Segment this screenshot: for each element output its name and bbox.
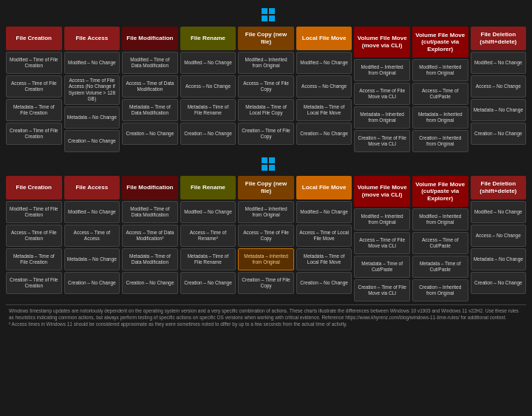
- cell-r3-c2: Creation – No Change: [122, 123, 178, 145]
- cell-r1-c6: Access – Time of File Move via CLI: [354, 83, 410, 105]
- col-7: Volume File Move (cut/paste via Explorer…: [412, 27, 468, 152]
- cell-r1-c7: Access – Time of Cut/Paste: [412, 232, 468, 254]
- col-header-3: File Rename: [180, 176, 236, 200]
- svg-rect-7: [269, 165, 275, 171]
- cell-r0-c2: Modified – Time of Data Modification: [122, 52, 178, 74]
- svg-rect-4: [262, 157, 267, 163]
- cell-r3-c4: Creation – Time of File Copy: [238, 123, 294, 145]
- win11-logo-icon: [262, 157, 275, 171]
- col-7: Volume File Move (cut/paste via Explorer…: [412, 176, 468, 301]
- col-4: File Copy (new file)Modified – Inherited…: [238, 176, 294, 301]
- cell-r3-c0: Creation – Time of File Creation: [6, 123, 62, 145]
- cell-r2-c8: Metadata – No Change: [471, 248, 527, 270]
- cell-r1-c8: Access – No Change: [471, 75, 527, 98]
- svg-rect-1: [269, 8, 275, 14]
- col-header-6: Volume File Move (move via CLI): [354, 176, 410, 207]
- cell-r3-c4: Creation – Time of File Copy: [238, 272, 294, 294]
- svg-rect-6: [262, 165, 267, 171]
- col-header-3: File Rename: [180, 27, 236, 50]
- cell-r3-c1: Creation – No Change: [64, 272, 120, 294]
- cell-r0-c1: Modified – No Change: [64, 52, 120, 74]
- col-header-2: File Modification: [122, 27, 178, 50]
- cell-r2-c8: Metadata – No Change: [471, 99, 527, 121]
- cell-r2-c3: Metadata – Time of File Rename: [180, 99, 236, 121]
- cell-r0-c0: Modified – Time of File Creation: [6, 201, 62, 223]
- cell-r1-c0: Access – Time of File Creation: [6, 75, 62, 98]
- cell-r1-c5: Access – No Change: [296, 75, 352, 98]
- cell-r1-c1: Access – Time of Access: [64, 225, 120, 247]
- cell-r1-c4: Access – Time of File Copy: [238, 75, 294, 98]
- cell-r2-c5: Metadata – Time of Local File Move: [296, 248, 352, 270]
- cell-r0-c6: Modified – Inherited from Original: [354, 208, 410, 231]
- col-header-1: File Access: [64, 176, 120, 200]
- win11-section-label: [6, 155, 526, 173]
- svg-rect-0: [262, 8, 267, 14]
- cell-r2-c0: Metadata – Time of File Creation: [6, 99, 62, 121]
- col-header-7: Volume File Move (cut/paste via Explorer…: [412, 27, 468, 58]
- col-5: Local File MoveModified – No ChangeAcces…: [296, 27, 352, 152]
- col-header-0: File Creation: [6, 27, 62, 50]
- col-header-1: File Access: [64, 27, 120, 50]
- cell-r3-c3: Creation – No Change: [180, 123, 236, 145]
- col-8: File Deletion (shift+delete)Modified – N…: [471, 27, 527, 152]
- cell-r3-c6: Creation – Time of File Move via CLI: [354, 279, 410, 301]
- col-4: File Copy (new file)Modified – Inherited…: [238, 27, 294, 152]
- cell-r0-c8: Modified – No Change: [471, 201, 527, 223]
- cell-r2-c5: Metadata – Time of Local File Move: [296, 99, 352, 121]
- cell-r2-c2: Metadata – Time of Data Modification: [122, 248, 178, 270]
- svg-rect-2: [262, 16, 267, 21]
- cell-r2-c6: Metadata – Inherited from Original: [354, 106, 410, 129]
- cell-r3-c7: Creation – Inherited from Original: [412, 279, 468, 301]
- cell-r2-c3: Metadata – Time of File Rename: [180, 248, 236, 270]
- cell-r2-c4: Metadata – Time of Local File Copy: [238, 99, 294, 121]
- cell-r2-c1: Metadata – No Change: [64, 106, 120, 129]
- cell-r0-c6: Modified – Inherited from Original: [354, 59, 410, 81]
- cell-r2-c7: Metadata – Time of Cut/Paste: [412, 256, 468, 278]
- win10-logo-icon: [262, 8, 275, 21]
- cell-r0-c1: Modified – No Change: [64, 201, 120, 223]
- cell-r1-c1: Access – Time of File Access (No Change …: [64, 75, 120, 105]
- col-header-4: File Copy (new file): [238, 27, 294, 50]
- cell-r2-c6: Metadata – Time of Cut/Paste: [354, 256, 410, 278]
- cell-r1-c7: Access – Time of Cut/Paste: [412, 83, 468, 105]
- cell-r1-c3: Access – Time of Rename²: [180, 225, 236, 247]
- col-1: File AccessModified – No ChangeAccess – …: [64, 27, 120, 152]
- cell-r3-c5: Creation – No Change: [296, 272, 352, 294]
- main-container: File CreationModified – Time of File Cre…: [0, 0, 532, 334]
- col-header-4: File Copy (new file): [238, 176, 294, 200]
- win10-grid: File CreationModified – Time of File Cre…: [6, 27, 526, 152]
- cell-r3-c5: Creation – No Change: [296, 123, 352, 145]
- cell-r0-c7: Modified – Inherited from Original: [412, 208, 468, 231]
- cell-r3-c1: Creation – No Change: [64, 130, 120, 152]
- cell-r0-c2: Modified – Time of Data Modification: [122, 201, 178, 223]
- cell-r1-c6: Access – Time of File Move via CLI: [354, 232, 410, 254]
- cell-r1-c2: Access – Time of Data Modification: [122, 75, 178, 98]
- col-2: File ModificationModified – Time of Data…: [122, 176, 178, 301]
- col-header-6: Volume File Move (move via CLI): [354, 27, 410, 58]
- cell-r3-c6: Creation – Time of File Move via CLI: [354, 130, 410, 152]
- cell-r2-c1: Metadata – No Change: [64, 248, 120, 270]
- col-6: Volume File Move (move via CLI)Modified …: [354, 27, 410, 152]
- col-header-2: File Modification: [122, 176, 178, 200]
- cell-r0-c4: Modified – Inherited from Original: [238, 201, 294, 223]
- col-6: Volume File Move (move via CLI)Modified …: [354, 176, 410, 301]
- cell-r2-c2: Metadata – Time of Data Modification: [122, 99, 178, 121]
- col-header-0: File Creation: [6, 176, 62, 200]
- col-2: File ModificationModified – Time of Data…: [122, 27, 178, 152]
- col-8: File Deletion (shift+delete)Modified – N…: [471, 176, 527, 301]
- cell-r0-c0: Modified – Time of File Creation: [6, 52, 62, 74]
- cell-r3-c8: Creation – No Change: [471, 272, 527, 294]
- win11-grid: File CreationModified – Time of File Cre…: [6, 176, 526, 301]
- col-3: File RenameModified – No ChangeAccess – …: [180, 27, 236, 152]
- cell-r1-c4: Access – Time of File Copy: [238, 225, 294, 247]
- cell-r1-c8: Access – No Change: [471, 225, 527, 247]
- col-5: Local File MoveModified – No ChangeAcces…: [296, 176, 352, 301]
- svg-rect-3: [269, 16, 275, 21]
- cell-r0-c7: Modified – Inherited from Original: [412, 59, 468, 81]
- cell-r1-c0: Access – Time of File Creation: [6, 225, 62, 247]
- cell-r2-c0: Metadata – Time of File Creation: [6, 248, 62, 270]
- cell-r1-c2: Access – Time of Data Modification²: [122, 225, 178, 247]
- col-header-8: File Deletion (shift+delete): [471, 27, 527, 50]
- col-header-5: Local File Move: [296, 176, 352, 200]
- cell-r3-c0: Creation – Time of File Creation: [6, 272, 62, 294]
